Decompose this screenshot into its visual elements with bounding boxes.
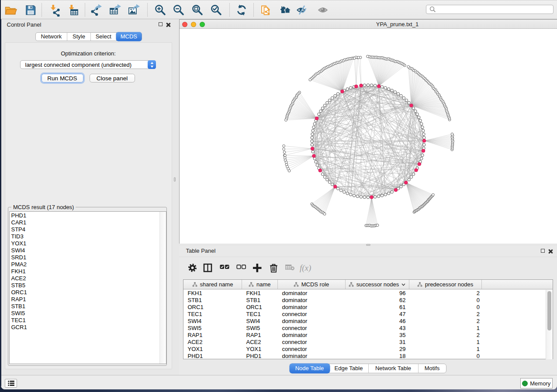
show-eye-button[interactable] (317, 3, 330, 17)
unselect-all-columns-button[interactable] (236, 264, 246, 275)
tab-label: Node Table (295, 365, 324, 371)
export-network-button[interactable] (90, 3, 103, 17)
window-maximize-icon[interactable] (200, 22, 205, 27)
tab-motifs[interactable]: Motifs (419, 364, 446, 373)
trash-icon (269, 264, 279, 273)
mcds-result-item[interactable]: FKH1 (11, 268, 159, 275)
column-header-MCDS-role[interactable]: MCDS role (278, 280, 346, 289)
mcds-result-item[interactable]: GCR1 (11, 324, 159, 331)
column-header-label: successor nodes (356, 281, 399, 288)
network-window-titlebar[interactable]: YPA_prune.txt_1 (180, 20, 557, 29)
import-network-button[interactable] (48, 3, 62, 17)
window-close-icon[interactable] (182, 22, 187, 27)
mcds-result-item[interactable]: PMA2 (11, 261, 159, 268)
cell-successor_nodes: 18 (346, 353, 409, 360)
gear-icon (188, 264, 197, 273)
table-row-ACE2[interactable]: ACE2ACE2connector311 (183, 339, 553, 346)
memory-button[interactable]: Memory (520, 378, 553, 389)
tab-label: Style (73, 33, 85, 40)
mcds-result-item[interactable]: STP4 (11, 226, 159, 233)
mcds-result-item[interactable]: SWI4 (11, 247, 159, 254)
mcds-result-item[interactable]: RAP1 (11, 296, 159, 303)
tab-node-table[interactable]: Node Table (290, 364, 330, 373)
close-panel-button[interactable]: Close panel (90, 74, 135, 83)
zoom-fit-button[interactable] (191, 3, 204, 17)
mcds-result-item[interactable]: PHD1 (11, 212, 159, 219)
tab-mcds[interactable]: MCDS (116, 32, 142, 41)
table-row-PHD1[interactable]: PHD1PHD1dominator180 (183, 353, 553, 360)
table-row-SWI4[interactable]: SWI4SWI4dominator462 (183, 318, 553, 325)
mcds-list-scrollbar[interactable] (159, 212, 166, 364)
import-table-button[interactable] (67, 3, 80, 17)
mcds-result-item[interactable]: TEC1 (11, 317, 159, 324)
tab-network[interactable]: Network (36, 33, 68, 41)
table-row-SWI5[interactable]: SWI5SWI5connector431 (183, 325, 553, 332)
apply-layout-button[interactable] (235, 3, 248, 17)
status-list-button[interactable] (5, 379, 17, 388)
table-scrollbar-thumb[interactable] (547, 291, 552, 330)
column-header-name[interactable]: name (242, 280, 278, 289)
control-panel-float-icon[interactable] (159, 22, 163, 26)
mcds-result-item[interactable]: CAR1 (11, 219, 159, 226)
table-row-TEC1[interactable]: TEC1TEC1connector472 (183, 311, 553, 318)
tab-style[interactable]: Style (67, 33, 90, 41)
mcds-result-item[interactable]: SWI5 (11, 310, 159, 317)
table-row-YOX1[interactable]: YOX1YOX1connector291 (183, 346, 553, 353)
vertical-splitter-handle[interactable] (174, 177, 176, 182)
horizontal-splitter-handle[interactable] (366, 244, 370, 246)
table-panel-close-icon[interactable] (548, 249, 553, 254)
mcds-result-item[interactable]: YOX1 (11, 240, 159, 247)
control-panel-tabs: NetworkStyleSelectMCDS (35, 32, 142, 41)
zoom-in-button[interactable] (154, 3, 167, 17)
table-row-ORC1[interactable]: ORC1ORC1dominator610 (183, 304, 553, 311)
export-table-button[interactable] (109, 3, 122, 17)
column-header-successor-nodes[interactable]: successor nodes (346, 280, 409, 289)
table-row-RAP1[interactable]: RAP1RAP1dominator352 (183, 332, 553, 339)
table-panel-tabs: Node TableEdge TableNetwork TableMotifs (290, 364, 446, 373)
mcds-result-list[interactable]: PHD1CAR1STP4TID3YOX1SWI4SRD1PMA2FKH1ACE2… (9, 211, 167, 364)
export-image-button[interactable] (128, 3, 141, 17)
window-minimize-icon[interactable] (191, 22, 196, 27)
tab-edge-table[interactable]: Edge Table (329, 364, 369, 373)
delete-columns-button[interactable] (269, 264, 279, 275)
mcds-result-item[interactable]: ORC1 (11, 289, 159, 296)
mcds-result-item[interactable]: TID3 (11, 233, 159, 240)
column-header-predecessor-nodes[interactable]: predecessor nodes (409, 280, 482, 289)
table-panel-float-icon[interactable] (541, 249, 545, 253)
table-row-FKH1[interactable]: FKH1FKH1dominator962 (183, 290, 553, 297)
cell-successor_nodes: 31 (346, 339, 409, 346)
criterion-dropdown[interactable]: largest connected component (undirected) (20, 60, 156, 69)
tab-select[interactable]: Select (91, 33, 117, 41)
open-session-button[interactable] (4, 3, 17, 17)
tab-network-table[interactable]: Network Table (369, 364, 419, 373)
run-mcds-button[interactable]: Run MCDS (42, 74, 83, 83)
search-input[interactable] (438, 6, 553, 13)
zoom-selected-button[interactable] (210, 3, 223, 17)
mcds-result-item[interactable]: SRD1 (11, 254, 159, 261)
cell-mcds_role: dominator (278, 290, 346, 297)
copy-network-button[interactable] (259, 3, 273, 17)
table-row-STB1[interactable]: STB1STB1dominator620 (183, 297, 553, 304)
table-scrollbar[interactable] (546, 290, 553, 359)
mcds-result-item[interactable]: STB5 (11, 282, 159, 289)
optimization-criterion-label: Optimization criterion: (5, 50, 172, 57)
cell-successor_nodes: 43 (346, 325, 409, 332)
uncheck-pair-icon (236, 264, 246, 273)
create-column-button[interactable] (253, 264, 262, 275)
zoom-out-button[interactable] (172, 3, 185, 17)
select-all-columns-button[interactable] (220, 264, 229, 275)
search-box[interactable] (426, 5, 554, 14)
save-session-button[interactable] (24, 3, 37, 17)
hide-selected-button[interactable] (296, 3, 309, 17)
control-panel-close-icon[interactable] (166, 22, 171, 27)
mcds-result-item[interactable]: ACE2 (11, 275, 159, 282)
column-header-shared-name[interactable]: shared name (183, 280, 242, 289)
mcds-result-item[interactable]: STB1 (11, 303, 159, 310)
show-all-button[interactable] (278, 3, 291, 17)
cell-predecessor_nodes: 2 (409, 318, 482, 325)
cell-shared_name: SWI4 (183, 318, 242, 325)
table-settings-button[interactable] (188, 264, 197, 275)
vertical-splitter[interactable] (173, 20, 179, 375)
show-column-button[interactable] (203, 264, 213, 275)
network-canvas[interactable] (180, 29, 557, 244)
